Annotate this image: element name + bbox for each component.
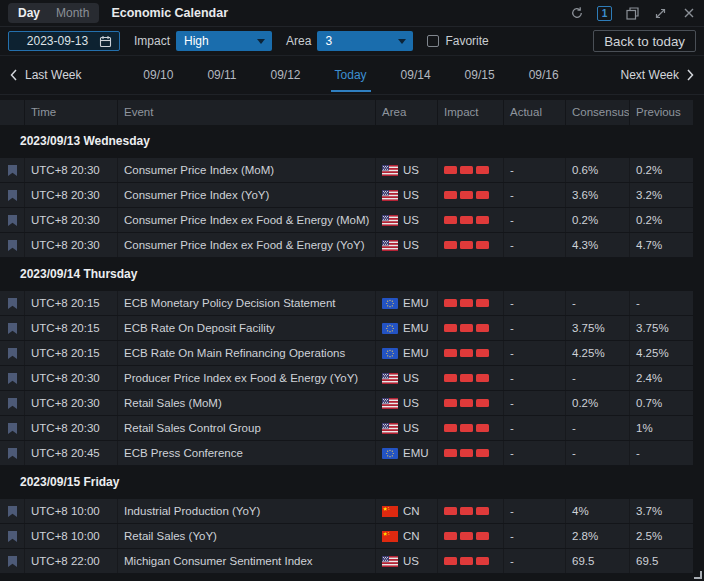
table-row[interactable]: UTC+8 20:30Retail Sales (MoM)US-0.2%0.7% (0, 391, 693, 416)
table-body: 2023/09/13 WednesdayUTC+8 20:30Consumer … (0, 125, 704, 574)
row-time: UTC+8 20:30 (24, 416, 117, 440)
row-time: UTC+8 20:30 (24, 366, 117, 390)
weeknav-day-09-14[interactable]: 09/14 (397, 56, 435, 95)
table-row[interactable]: UTC+8 10:00Industrial Production (YoY)CN… (0, 499, 693, 524)
tab-day[interactable]: Day (18, 6, 40, 20)
row-area: US (375, 158, 437, 182)
section-header: 2023/09/14 Thursday (0, 258, 704, 291)
flag-us-icon (382, 240, 398, 251)
bookmark-icon[interactable] (0, 441, 24, 465)
bookmark-icon[interactable] (0, 366, 24, 390)
last-week-label: Last Week (25, 68, 81, 82)
weeknav-day-09-16[interactable]: 09/16 (525, 56, 563, 95)
resize-grip-icon[interactable] (694, 571, 702, 579)
table-row[interactable]: UTC+8 20:15ECB Rate On Deposit FacilityE… (0, 316, 693, 341)
row-actual: - (503, 549, 565, 573)
row-previous: 2.4% (629, 366, 693, 390)
table-row[interactable]: UTC+8 20:30Retail Sales Control GroupUS-… (0, 416, 693, 441)
weeknav-day-09-11[interactable]: 09/11 (203, 56, 240, 95)
bookmark-icon[interactable] (0, 208, 24, 232)
date-picker[interactable]: 2023-09-13 (8, 31, 120, 51)
back-to-today-button[interactable]: Back to today (593, 30, 696, 52)
row-area: EMU (375, 291, 437, 315)
table-row[interactable]: UTC+8 20:30Producer Price Index ex Food … (0, 366, 693, 391)
next-week-label: Next Week (621, 68, 679, 82)
bookmark-icon[interactable] (0, 499, 24, 523)
table-header: Time Event Area Impact Actual Consensus … (0, 100, 693, 125)
table-row[interactable]: UTC+8 20:15ECB Monetary Policy Decision … (0, 291, 693, 316)
cascade-windows-icon[interactable] (625, 6, 640, 21)
expand-icon[interactable] (653, 6, 668, 21)
impact-indicator (437, 183, 503, 207)
bookmark-icon[interactable] (0, 341, 24, 365)
row-area: US (375, 391, 437, 415)
row-consensus: 3.6% (565, 183, 629, 207)
weeknav-day-09-10[interactable]: 09/10 (139, 56, 177, 95)
row-previous: - (629, 291, 693, 315)
date-value: 2023-09-13 (16, 34, 99, 48)
tab-month[interactable]: Month (56, 6, 89, 20)
row-event: Industrial Production (YoY) (117, 499, 375, 523)
bookmark-icon[interactable] (0, 158, 24, 182)
flag-us-icon (382, 165, 398, 176)
flag-us-icon (382, 423, 398, 434)
area-select[interactable]: 3 (317, 31, 413, 51)
flag-eu-icon (382, 323, 398, 334)
section-header: 2023/09/13 Wednesday (0, 125, 704, 158)
row-time: UTC+8 20:30 (24, 208, 117, 232)
column-header-time: Time (24, 100, 117, 125)
close-icon[interactable] (681, 6, 696, 21)
table-row[interactable]: UTC+8 20:30Consumer Price Index ex Food … (0, 233, 693, 258)
bookmark-icon[interactable] (0, 291, 24, 315)
weeknav-day-09-12[interactable]: 09/12 (267, 56, 305, 95)
bookmark-icon[interactable] (0, 416, 24, 440)
row-consensus: 69.5 (565, 549, 629, 573)
row-event: Consumer Price Index (MoM) (117, 158, 375, 182)
bookmark-icon[interactable] (0, 524, 24, 548)
bookmark-icon[interactable] (0, 233, 24, 257)
row-time: UTC+8 20:30 (24, 158, 117, 182)
flag-cn-icon (382, 531, 398, 542)
row-event: ECB Press Conference (117, 441, 375, 465)
table-row[interactable]: UTC+8 20:30Consumer Price Index (YoY)US-… (0, 183, 693, 208)
next-week-button[interactable]: Next Week (621, 68, 694, 82)
refresh-icon[interactable] (569, 6, 584, 21)
row-consensus: - (565, 416, 629, 440)
table-row[interactable]: UTC+8 20:30Consumer Price Index ex Food … (0, 208, 693, 233)
bookmark-icon[interactable] (0, 391, 24, 415)
row-area: US (375, 208, 437, 232)
flag-us-icon (382, 556, 398, 567)
table-row[interactable]: UTC+8 10:00Retail Sales (YoY)CN-2.8%2.5% (0, 524, 693, 549)
impact-indicator (437, 158, 503, 182)
window-count-badge[interactable]: 1 (597, 6, 612, 21)
row-event: Retail Sales Control Group (117, 416, 375, 440)
row-time: UTC+8 20:30 (24, 183, 117, 207)
impact-select[interactable]: High (176, 31, 272, 51)
column-header-area: Area (375, 100, 437, 125)
table-row[interactable]: UTC+8 20:30Consumer Price Index (MoM)US-… (0, 158, 693, 183)
row-actual: - (503, 316, 565, 340)
impact-indicator (437, 441, 503, 465)
bookmark-icon[interactable] (0, 549, 24, 573)
row-area: US (375, 549, 437, 573)
bookmark-icon[interactable] (0, 316, 24, 340)
table-row[interactable]: UTC+8 22:00Michigan Consumer Sentiment I… (0, 549, 693, 574)
favorite-checkbox[interactable] (427, 35, 439, 47)
page-title: Economic Calendar (111, 6, 228, 20)
row-consensus: - (565, 441, 629, 465)
table-row[interactable]: UTC+8 20:15ECB Rate On Main Refinancing … (0, 341, 693, 366)
area-label: Area (286, 34, 311, 48)
last-week-button[interactable]: Last Week (10, 68, 81, 82)
bookmark-icon[interactable] (0, 183, 24, 207)
flag-us-icon (382, 215, 398, 226)
chevron-down-icon (257, 39, 265, 44)
table-row[interactable]: UTC+8 20:45ECB Press ConferenceEMU--- (0, 441, 693, 466)
weeknav-day-today[interactable]: Today (331, 56, 371, 95)
weeknav-day-09-15[interactable]: 09/15 (461, 56, 499, 95)
economic-calendar-window: Day Month Economic Calendar 1 (0, 0, 704, 581)
flag-eu-icon (382, 448, 398, 459)
row-actual: - (503, 499, 565, 523)
impact-selected-value: High (184, 34, 209, 48)
row-actual: - (503, 391, 565, 415)
row-actual: - (503, 291, 565, 315)
